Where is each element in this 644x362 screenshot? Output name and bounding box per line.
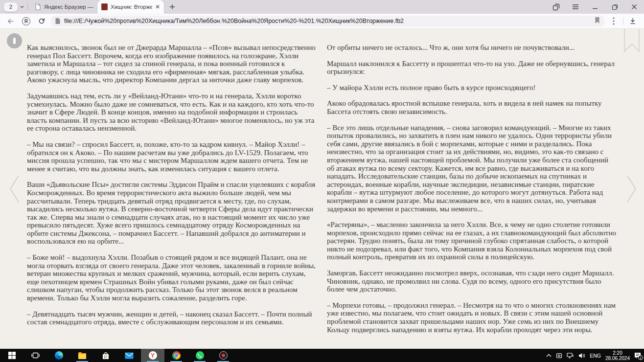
new-tab-button[interactable] [166,0,179,13]
bookmark-flag-icon [594,17,600,24]
browser-tab-bar: 2 Яндекс Браузер — Выраж Хищник: Вторжен… [0,0,644,14]
tray-app-button[interactable] [556,352,562,359]
paragraph: Ваши «Дьявольские Псы» достигли системы … [27,181,316,246]
tab-yandex-start-page[interactable]: Яндекс Браузер — Выраж [31,0,97,14]
paragraph: Задумавшись над тем, есть ли у «Вейланд-… [27,92,316,133]
fb2-reader-page: Как выяснилось, звонок был не от Джерард… [0,29,644,349]
taskbar-edge-button[interactable] [47,349,70,362]
tab-predator-invasion[interactable]: Хищник: Вторжение - Т ✕ [97,0,164,14]
taskbar-screen-recorder-button[interactable] [211,349,235,362]
reader-menu-icon [13,38,16,44]
paragraph: – Все это лишь отдельные нападения, – сн… [327,124,616,213]
network-icon [567,353,574,359]
paragraph: Заморгав, Бассетт неожиданно посмотрел в… [327,269,616,294]
browser-menu-button[interactable] [566,0,585,14]
windows-start-icon [8,352,16,359]
next-page-button[interactable] [625,174,638,206]
whatsapp-icon [196,351,204,360]
volume-button[interactable] [578,353,585,359]
notification-count-badge: 1 [638,355,643,360]
tab-close-icon[interactable]: ✕ [155,4,160,10]
yandex-letter-icon: Я [22,17,30,25]
network-button[interactable] [567,353,574,359]
paragraph: «Растеряны», – мысленно закончила за нег… [327,221,616,261]
edge-icon [55,351,63,360]
tab-groups-icon [552,3,560,11]
chevron-left-icon [8,174,21,204]
action-center-button[interactable]: 1 [634,352,641,359]
book-text-columns: Как выяснилось, звонок был не от Джерард… [0,29,644,341]
taskbar-file-explorer-button[interactable] [70,349,94,362]
tab-counter-button[interactable]: 2 [4,2,18,12]
paragraph: От орбиты ничего не осталось... Что ж, о… [327,44,616,52]
paragraph: Маршалл наклонился к Бассетту и прошепта… [327,60,616,76]
tab-list-chevron-button[interactable] [20,4,24,9]
hamburger-menu-icon [572,4,579,10]
file-icon [55,18,61,24]
windows-taskbar: Y ENG 2:20 [0,349,644,362]
paragraph: – Мы на связи? – спросил Бассетт, и, пох… [27,140,316,173]
chevron-up-icon [546,354,552,357]
screen-recorder-icon [219,351,228,360]
minimize-icon [592,4,598,10]
microsoft-store-icon [102,352,110,360]
reload-button[interactable] [35,15,48,27]
clock[interactable]: 2:20 28.06.2024 [605,350,630,361]
address-bar[interactable]: file:///E:/Чужой%20против%20Хищника/Тим%… [51,16,604,27]
paragraph: Как выяснилось, звонок был не от Джерард… [27,44,316,84]
taskbar-task-view-button[interactable] [23,349,47,362]
tab-title: Яндекс Браузер — Выраж [44,4,93,10]
window-restore-button[interactable] [605,0,624,14]
download-icon [629,17,637,25]
mail-icon [125,352,134,359]
plus-icon [169,4,175,10]
paragraph: – Морпехи готовы, – продолжил генерал. –… [327,301,616,334]
reload-icon [38,17,46,25]
downloads-button[interactable] [626,15,639,27]
volume-icon [578,353,585,359]
back-button[interactable] [4,15,17,27]
taskbar-start-button[interactable] [0,349,23,362]
date-text: 28.06.2024 [605,356,630,361]
chevron-right-icon [625,174,638,204]
paragraph: Акоко обрадовалась яростной вспышке гене… [327,99,616,115]
kebab-menu-icon [613,17,615,25]
file-explorer-icon [78,352,87,359]
bookmark-page-button[interactable] [594,17,600,26]
book-column-left: Как выяснилось, звонок был не от Джерард… [27,44,316,341]
previous-page-button[interactable] [8,174,21,206]
toolbar-divider [623,17,623,25]
extensions-kebab-button[interactable] [607,15,620,27]
taskbar-mail-button[interactable] [117,349,141,362]
bookmark-ribbon-icon[interactable] [623,29,640,55]
paragraph: – Боже мой! – выдохнула Хэлли. Позабыв о… [27,253,316,302]
paragraph: – У майора Хэлли есть полное право быть … [327,84,616,92]
paragraph: – Девятнадцать тысяч мужчин, женщин и де… [27,310,316,326]
book-favicon-icon [101,3,108,10]
taskbar-chrome-button[interactable] [164,349,188,362]
tray-expand-button[interactable] [546,354,552,357]
close-icon [631,4,637,10]
task-view-icon [31,352,40,359]
url-text: file:///E:/Чужой%20против%20Хищника/Тим%… [64,18,591,24]
reader-menu-button[interactable] [7,33,22,48]
time-text: 2:20 [605,350,630,356]
tab-title: Хищник: Вторжение - Т [111,4,152,10]
window-close-button[interactable] [624,0,644,14]
back-arrow-icon [6,17,15,25]
taskbar-whatsapp-button[interactable] [188,349,211,362]
book-column-right: От орбиты ничего не осталось... Что ж, о… [327,44,616,341]
taskbar-yandex-browser-button[interactable]: Y [141,349,164,362]
chrome-icon [172,351,181,360]
restore-icon [612,4,618,10]
system-tray: ENG 2:20 28.06.2024 1 [546,349,644,362]
taskbar-microsoft-store-button[interactable] [94,349,117,362]
yandex-browser-icon: Y [149,351,157,360]
window-minimize-button[interactable] [585,0,605,14]
language-indicator[interactable]: ENG [590,353,601,359]
yandex-home-button[interactable]: Я [20,15,32,27]
browser-toolbar: Я file:///E:/Чужой%20против%20Хищника/Ти… [0,14,644,29]
tabbar-divider [27,3,28,10]
chevron-down-icon [20,4,24,9]
tab-groups-button[interactable] [546,0,566,14]
